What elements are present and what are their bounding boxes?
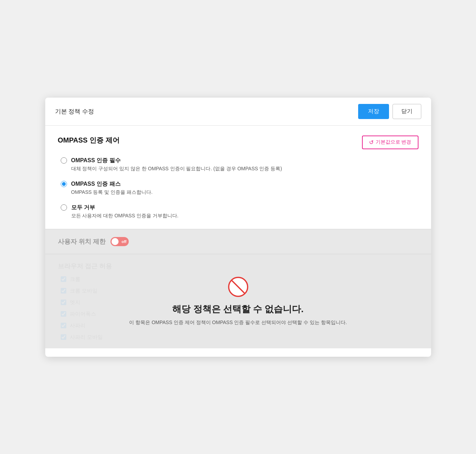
- close-button[interactable]: 닫기: [393, 104, 421, 119]
- modal-footer: [58, 348, 418, 357]
- radio-label-row-pass: OMPASS 인증 패스: [61, 180, 418, 188]
- modal-title: 기본 정책 수정: [55, 107, 94, 116]
- reset-button[interactable]: ↺ 기본값으로 변경: [362, 136, 418, 149]
- reset-label: 기본값으로 변경: [376, 139, 411, 145]
- radio-required[interactable]: [61, 157, 67, 164]
- modal-body: OMPASS 인증 제어 ↺ 기본값으로 변경 OMPASS 인증 필수 대체 …: [45, 126, 431, 357]
- radio-item-required: OMPASS 인증 필수 대체 정책이 구성되어 있지 않은 한 OMPASS …: [61, 157, 418, 172]
- toggle-text: off: [121, 239, 126, 244]
- radio-deny[interactable]: [61, 204, 67, 211]
- toggle-thumb: [112, 238, 119, 245]
- radio-desc-pass: OMPASS 등록 및 인증을 패스합니다.: [61, 189, 418, 196]
- location-section-title: 사용자 위치 제한 off: [58, 237, 418, 246]
- radio-label-deny[interactable]: 모두 거부: [71, 204, 95, 211]
- radio-pass[interactable]: [61, 181, 67, 187]
- radio-label-row-deny: 모두 거부: [61, 204, 418, 211]
- radio-label-required[interactable]: OMPASS 인증 필수: [71, 157, 121, 164]
- radio-label-pass[interactable]: OMPASS 인증 패스: [71, 180, 121, 188]
- radio-desc-deny: 모든 사용자에 대한 OMPASS 인증을 거부합니다.: [61, 213, 418, 219]
- ompass-section-title: OMPASS 인증 제어: [58, 136, 120, 145]
- save-button[interactable]: 저장: [358, 104, 389, 119]
- radio-item-deny: 모두 거부 모든 사용자에 대한 OMPASS 인증을 거부합니다.: [61, 204, 418, 219]
- radio-item-pass: OMPASS 인증 패스 OMPASS 등록 및 인증을 패스합니다.: [61, 180, 418, 196]
- modal: 기본 정책 수정 저장 닫기 OMPASS 인증 제어 ↺ 기본값으로 변경 O…: [45, 98, 431, 357]
- location-title-text: 사용자 위치 제한: [58, 237, 106, 246]
- ompass-section-header: OMPASS 인증 제어 ↺ 기본값으로 변경: [58, 136, 418, 149]
- radio-label-row-required: OMPASS 인증 필수: [61, 157, 418, 164]
- overlay-title: 해당 정책은 선택할 수 없습니다.: [172, 303, 303, 315]
- browser-section: 브라우저 접근 허용 크롬 크롬 모바일 엣지 파이어폭스: [45, 254, 431, 348]
- toggle-track: off: [110, 237, 129, 246]
- radio-desc-required: 대체 정책이 구성되어 있지 않은 한 OMPASS 인증이 필요합니다. (없…: [61, 166, 418, 172]
- reset-icon: ↺: [369, 139, 374, 146]
- location-section: 사용자 위치 제한 off: [45, 229, 431, 254]
- radio-options: OMPASS 인증 필수 대체 정책이 구성되어 있지 않은 한 OMPASS …: [58, 157, 418, 219]
- location-toggle[interactable]: off: [110, 237, 129, 246]
- overlay-desc: 이 항목은 OMPASS 인증 제어 정책이 OMPASS 인증 필수로 선택되…: [129, 320, 347, 326]
- browser-overlay: 해당 정책은 선택할 수 없습니다. 이 항목은 OMPASS 인증 제어 정책…: [45, 254, 431, 348]
- modal-header: 기본 정책 수정 저장 닫기: [45, 98, 431, 126]
- header-buttons: 저장 닫기: [358, 104, 421, 119]
- toggle-container[interactable]: off: [110, 237, 129, 246]
- no-entry-icon: [228, 276, 249, 297]
